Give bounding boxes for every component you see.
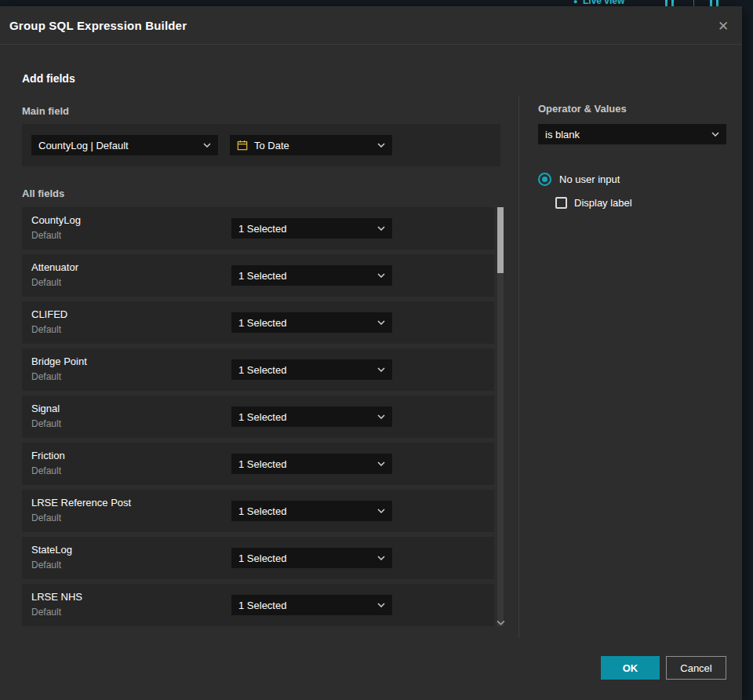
scrollbar[interactable]	[497, 207, 504, 626]
field-selected-dropdown[interactable]: 1 Selected	[231, 218, 392, 239]
field-row-attenuator: Attenuator Default 1 Selected	[22, 254, 494, 297]
field-row-clifed: CLIFED Default 1 Selected	[22, 301, 494, 344]
main-field-date-select[interactable]: To Date	[230, 135, 392, 155]
field-selected-dropdown[interactable]: 1 Selected	[231, 265, 392, 286]
calendar-icon	[237, 140, 248, 151]
field-selected-dropdown[interactable]: 1 Selected	[231, 454, 392, 474]
field-selected-dropdown[interactable]: 1 Selected	[231, 501, 392, 521]
dialog-header: Group SQL Expression Builder ✕	[0, 6, 742, 45]
chevron-down-icon	[377, 461, 385, 466]
sql-expression-builder-dialog: Group SQL Expression Builder ✕ Add field…	[0, 6, 742, 700]
live-view-label: Live view	[583, 0, 624, 6]
chevron-down-icon	[377, 556, 385, 560]
dropdown-value: 1 Selected	[238, 458, 286, 470]
field-row-lrse-nhs: LRSE NHS Default 1 Selected	[22, 584, 494, 626]
field-row-lrse-reference-post: LRSE Reference Post Default 1 Selected	[22, 490, 494, 532]
field-subtitle: Default	[31, 607, 61, 618]
cancel-button[interactable]: Cancel	[666, 656, 726, 680]
toolbar-icon[interactable]	[710, 0, 712, 6]
field-row-friction: Friction Default 1 Selected	[22, 443, 494, 485]
chevron-down-icon	[203, 143, 211, 148]
close-icon: ✕	[718, 18, 729, 35]
chevron-down-icon	[711, 132, 719, 137]
field-row-bridge-point: Bridge Point Default 1 Selected	[22, 348, 494, 391]
no-user-input-radio[interactable]	[538, 173, 551, 186]
toolbar-icon[interactable]	[665, 0, 668, 6]
field-name: StateLog	[31, 544, 72, 556]
dropdown-value: 1 Selected	[238, 317, 286, 329]
app-top-bar: ● Live view	[0, 0, 753, 6]
field-selected-dropdown[interactable]: 1 Selected	[231, 548, 392, 568]
field-subtitle: Default	[31, 512, 61, 523]
dropdown-value: 1 Selected	[238, 223, 286, 235]
chevron-down-icon	[377, 367, 385, 372]
screen: ● Live view Group SQL Expression Builder…	[0, 0, 753, 700]
field-row-countylog: CountyLog Default 1 Selected	[22, 207, 494, 250]
field-selected-dropdown[interactable]: 1 Selected	[231, 359, 392, 380]
chevron-down-icon	[377, 414, 385, 419]
column-divider	[518, 97, 519, 638]
field-name: Friction	[31, 450, 65, 461]
field-selected-dropdown[interactable]: 1 Selected	[231, 312, 392, 333]
field-selected-dropdown[interactable]: 1 Selected	[231, 595, 392, 615]
field-row-statelog: StateLog Default 1 Selected	[22, 537, 494, 579]
field-name: CLIFED	[31, 308, 67, 320]
all-fields-label: All fields	[22, 188, 64, 199]
display-label-checkbox[interactable]	[555, 197, 567, 209]
field-subtitle: Default	[31, 560, 61, 571]
chevron-down-icon	[377, 320, 385, 325]
field-name: CountyLog	[31, 214, 81, 226]
section-title: Add fields	[22, 72, 75, 85]
chevron-down-icon	[377, 509, 385, 513]
dropdown-value: 1 Selected	[238, 364, 286, 376]
dropdown-value: 1 Selected	[238, 505, 286, 517]
ok-button[interactable]: OK	[601, 656, 660, 680]
toolbar-icon[interactable]	[716, 0, 718, 6]
chevron-down-icon	[377, 603, 385, 607]
dropdown-value: 1 Selected	[238, 600, 286, 611]
dropdown-value: 1 Selected	[238, 270, 286, 282]
field-subtitle: Default	[31, 324, 61, 335]
display-label-option: Display label	[555, 197, 632, 209]
dropdown-value: To Date	[254, 140, 289, 151]
scrollbar-thumb[interactable]	[497, 207, 504, 273]
field-subtitle: Default	[31, 371, 61, 382]
main-field-label: Main field	[22, 105, 69, 117]
field-name: LRSE Reference Post	[31, 497, 131, 509]
field-row-signal: Signal Default 1 Selected	[22, 396, 494, 438]
dropdown-value: CountyLog | Default	[38, 140, 129, 151]
field-selected-dropdown[interactable]: 1 Selected	[231, 407, 392, 427]
chevron-down-icon	[377, 273, 385, 278]
scroll-down-icon[interactable]	[494, 617, 507, 628]
close-button[interactable]: ✕	[712, 15, 734, 37]
no-user-input-option: No user input	[538, 173, 620, 186]
field-name: Bridge Point	[31, 355, 87, 367]
field-subtitle: Default	[31, 277, 61, 288]
toolbar-icon[interactable]	[671, 0, 674, 6]
field-subtitle: Default	[31, 418, 61, 429]
dialog-title: Group SQL Expression Builder	[9, 19, 187, 32]
field-name: LRSE NHS	[31, 591, 82, 603]
main-field-panel: CountyLog | Default To Date	[22, 124, 500, 166]
display-label-label: Display label	[574, 197, 632, 209]
field-subtitle: Default	[31, 465, 61, 476]
dropdown-value: 1 Selected	[238, 552, 286, 564]
no-user-input-label: No user input	[559, 173, 620, 185]
field-name: Attenuator	[31, 261, 78, 273]
dropdown-value: 1 Selected	[238, 411, 286, 423]
field-name: Signal	[31, 403, 60, 414]
main-field-select[interactable]: CountyLog | Default	[31, 135, 218, 155]
chevron-down-icon	[377, 226, 385, 231]
operator-select[interactable]: is blank	[538, 124, 726, 144]
operator-values-label: Operator & Values	[538, 103, 627, 115]
toolbar-divider	[693, 0, 694, 6]
chevron-down-icon	[377, 143, 385, 148]
field-subtitle: Default	[31, 230, 61, 241]
live-view-dot-icon: ●	[573, 0, 577, 5]
dropdown-value: is blank	[545, 129, 580, 140]
